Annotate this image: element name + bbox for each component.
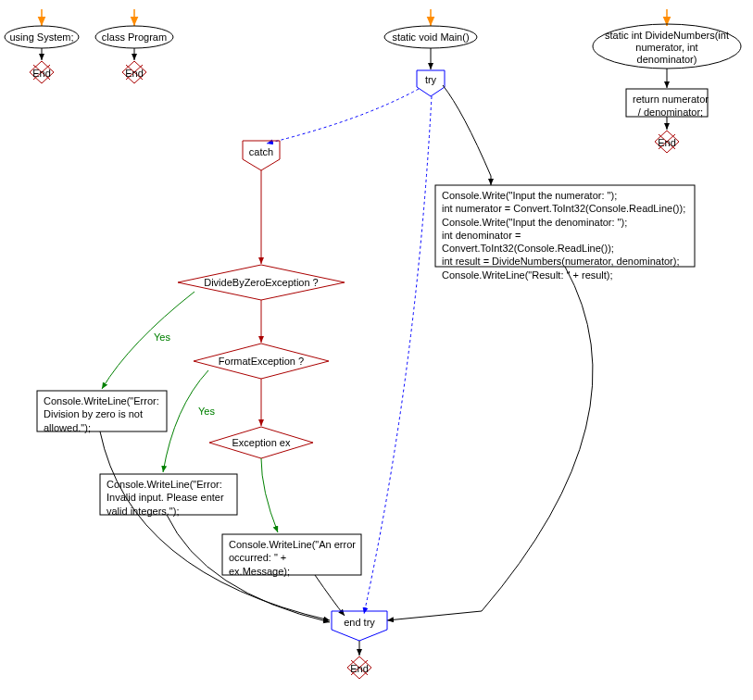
divide-by-zero-diamond xyxy=(178,265,345,300)
flowchart-svg xyxy=(0,0,753,700)
catch-node xyxy=(243,141,280,170)
using-system-node xyxy=(5,26,79,48)
main-node xyxy=(384,26,477,48)
error-invalid-box xyxy=(100,474,237,515)
class-program-node xyxy=(95,26,173,48)
error-div-zero-box xyxy=(37,391,167,431)
error-generic-box xyxy=(222,534,361,575)
try-node xyxy=(417,70,445,96)
return-box xyxy=(626,89,708,117)
divide-numbers-node xyxy=(593,24,741,69)
end-diamond-1 xyxy=(30,61,54,83)
end-diamond-3 xyxy=(655,131,679,153)
try-body-box xyxy=(435,185,695,267)
yes-label-1: Yes xyxy=(154,331,170,343)
yes-label-2: Yes xyxy=(198,406,215,417)
end-try-node xyxy=(332,611,387,641)
end-diamond-4 xyxy=(347,656,371,679)
end-diamond-2 xyxy=(122,61,146,83)
exception-ex-diamond xyxy=(209,427,313,458)
format-exception-diamond xyxy=(194,344,329,379)
